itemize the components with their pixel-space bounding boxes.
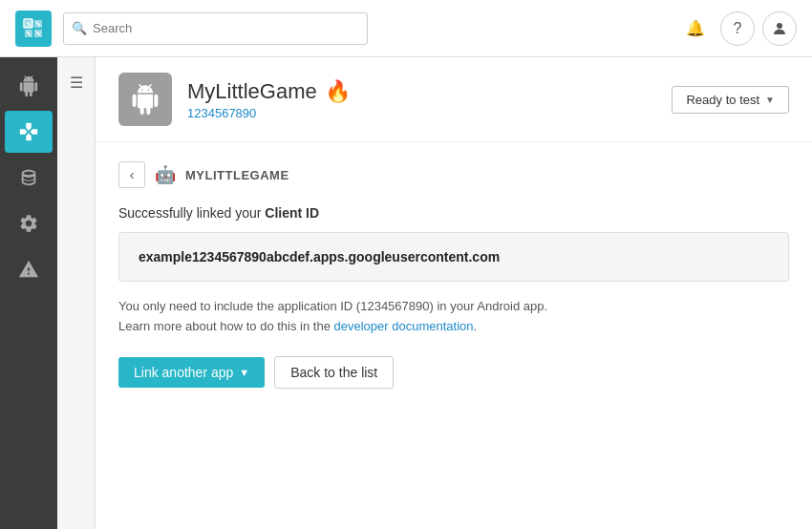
link-another-app-button[interactable]: Link another app ▼: [118, 357, 265, 388]
app-logo: [15, 11, 52, 47]
android-icon: 🤖: [155, 164, 176, 185]
back-to-list-button[interactable]: Back to the list: [274, 356, 394, 389]
back-button[interactable]: ‹: [118, 161, 145, 188]
success-text: Successfully linked your Client ID: [118, 205, 789, 221]
sidebar: [0, 57, 57, 529]
search-icon: 🔍: [72, 21, 87, 35]
chevron-down-icon: ▼: [765, 95, 775, 105]
main-content: MyLittleGame 🔥 1234567890 Ready to test …: [96, 57, 812, 529]
sidebar-item-database[interactable]: [5, 157, 53, 199]
success-section: Successfully linked your Client ID examp…: [118, 205, 789, 337]
client-id-value: example1234567890abcdef.apps.googleuserc…: [139, 249, 500, 264]
developer-docs-link[interactable]: developer documentation: [333, 319, 473, 333]
sub-sidebar: ☰: [57, 57, 96, 529]
app-id: 1234567890: [187, 106, 656, 120]
back-arrow-icon: ‹: [130, 167, 135, 182]
sidebar-item-games[interactable]: [5, 111, 53, 153]
fire-icon: 🔥: [325, 79, 351, 104]
breadcrumb-label: MYLITTLEGAME: [185, 168, 289, 182]
app-icon: [118, 73, 172, 126]
app-header: MyLittleGame 🔥 1234567890 Ready to test …: [96, 57, 812, 142]
help-button[interactable]: ?: [720, 11, 755, 46]
app-name: MyLittleGame 🔥: [187, 79, 656, 104]
client-id-box: example1234567890abcdef.apps.googleuserc…: [118, 232, 789, 282]
account-button[interactable]: [762, 11, 797, 46]
sidebar-item-settings[interactable]: [5, 202, 53, 244]
action-buttons: Link another app ▼ Back to the list: [118, 356, 789, 389]
ready-to-test-button[interactable]: Ready to test ▼: [672, 86, 789, 114]
search-box[interactable]: 🔍: [63, 12, 368, 45]
breadcrumb: ‹ 🤖 MYLITTLEGAME: [118, 161, 789, 188]
search-input[interactable]: [93, 21, 359, 35]
app-info: MyLittleGame 🔥 1234567890: [187, 79, 656, 120]
notifications-button[interactable]: 🔔: [678, 11, 713, 46]
svg-point-1: [777, 23, 782, 29]
menu-button[interactable]: ☰: [61, 67, 92, 97]
info-text: You only need to include the application…: [118, 297, 789, 337]
dropdown-arrow-icon: ▼: [239, 367, 249, 378]
sidebar-item-warning[interactable]: [5, 248, 53, 290]
sidebar-item-android[interactable]: [5, 65, 53, 107]
